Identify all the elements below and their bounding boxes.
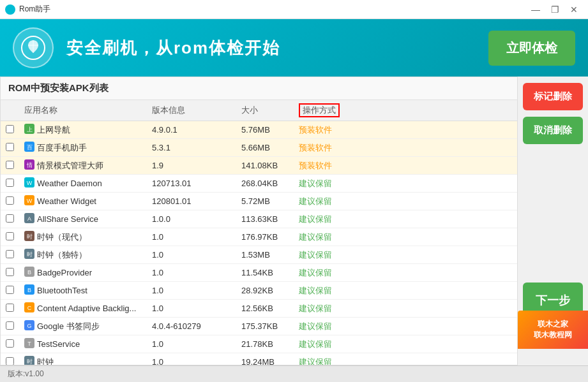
app-icon-3: W [24,177,34,189]
row-checkbox-cell[interactable] [1,175,19,193]
app-version-cell: 1.0 [147,282,236,300]
app-icon-13: 时 [24,356,34,365]
check-button[interactable]: 立即体检 [488,31,575,66]
row-checkbox[interactable] [6,304,14,312]
row-checkbox-cell[interactable] [1,157,19,175]
row-checkbox-cell[interactable] [1,246,19,264]
cancel-delete-button[interactable]: 取消删除 [523,117,583,144]
row-checkbox-cell[interactable] [1,121,19,139]
row-checkbox[interactable] [6,339,14,348]
app-action-cell: 建议保留 [294,282,517,300]
table-row: 情 情景模式管理大师 1.9 141.08KB 预装软件 [1,157,517,175]
app-size-cell: 1.53MB [236,246,294,264]
app-action-cell: 建议保留 [294,353,517,365]
section-title: ROM中预安装APK列表 [1,77,517,100]
app-name-label: 时钟（现代） [37,231,87,243]
app-version-cell: 1.0 [147,353,236,365]
app-name-label: Weather Daemon [37,179,102,188]
app-action-cell: 建议保留 [294,228,517,246]
maximize-button[interactable]: ❐ [546,1,564,18]
app-icon-0: 上 [24,124,34,136]
row-checkbox-cell[interactable] [1,139,19,157]
row-checkbox[interactable] [6,125,14,133]
row-checkbox-cell[interactable] [1,228,19,246]
app-action-cell: 建议保留 [294,335,517,353]
row-checkbox-cell[interactable] [1,282,19,300]
svg-text:T: T [27,341,31,347]
app-size-cell: 12.56KB [236,300,294,318]
table-row: 时 时钟（独特） 1.0 1.53MB 建议保留 [1,246,517,264]
app-icon-2: 情 [24,159,34,172]
row-checkbox[interactable] [6,250,14,258]
app-icon-7: 时 [24,249,34,261]
row-checkbox-cell[interactable] [1,264,19,282]
svg-text:B: B [27,269,31,275]
app-version-cell: 4.9.0.1 [147,121,236,139]
row-checkbox-cell[interactable] [1,300,19,318]
app-version-cell: 1.0 [147,228,236,246]
row-checkbox-cell[interactable] [1,318,19,335]
row-checkbox[interactable] [6,286,14,294]
app-name-label: 时钟 [37,356,54,365]
col-app-name: 应用名称 [19,100,147,121]
row-checkbox[interactable] [6,179,14,187]
row-checkbox[interactable] [6,196,14,205]
row-checkbox[interactable] [6,232,14,240]
app-name-cell: 上 上网导航 [19,121,147,139]
app-version-cell: 4.0.4-610279 [147,318,236,335]
title-bar-text: Rom助手 [19,4,527,15]
table-row: B BadgeProvider 1.0 11.54KB 建议保留 [1,264,517,282]
corner-logo: 联木之家联木教程网 [518,311,588,349]
svg-text:情: 情 [26,162,33,168]
close-button[interactable]: ✕ [565,1,583,18]
app-name-label: AllShare Service [37,214,98,224]
table-row: B BluetoothTest 1.0 28.92KB 建议保留 [1,282,517,300]
main-content: ROM中预安装APK列表 应用名称 版本信息 大小 操作方式 [0,77,588,365]
app-size-cell: 21.78KB [236,335,294,353]
row-checkbox[interactable] [6,214,14,223]
svg-text:W: W [27,180,33,186]
app-name-label: Content Adaptive Backlig... [37,304,136,313]
mark-delete-button[interactable]: 标记删除 [523,83,583,110]
app-table[interactable]: 应用名称 版本信息 大小 操作方式 上 [1,100,517,365]
row-checkbox[interactable] [6,268,14,276]
table-row: 上 上网导航 4.9.0.1 5.76MB 预装软件 [1,121,517,139]
app-size-cell: 28.92KB [236,282,294,300]
app-version-cell: 1.0 [147,264,236,282]
window-controls: — ❐ ✕ [527,1,583,18]
row-checkbox-cell[interactable] [1,353,19,365]
row-checkbox[interactable] [6,321,14,330]
minimize-button[interactable]: — [527,1,545,18]
row-checkbox-cell[interactable] [1,335,19,353]
app-name-cell: 情 情景模式管理大师 [19,157,147,175]
header-banner: 安全刷机，从rom体检开始 立即体检 [0,19,588,77]
app-icon-6: 时 [24,231,34,243]
app-list-section: ROM中预安装APK列表 应用名称 版本信息 大小 操作方式 [0,77,518,365]
col-operation: 操作方式 [294,100,517,121]
table-row: W Weather Widget 120801.01 5.72MB 建议保留 [1,193,517,210]
app-action-cell: 预装软件 [294,157,517,175]
app-size-cell: 141.08KB [236,157,294,175]
app-action-cell: 建议保留 [294,175,517,193]
app-name-label: 百度手机助手 [37,142,87,154]
app-version-cell: 120713.01 [147,175,236,193]
app-version-cell: 5.3.1 [147,139,236,157]
app-name-cell: A AllShare Service [19,210,147,228]
row-checkbox-cell[interactable] [1,210,19,228]
title-bar: Rom助手 — ❐ ✕ [0,0,588,19]
app-name-label: 时钟（独特） [37,249,87,261]
app-size-cell: 5.66MB [236,139,294,157]
app-name-cell: 时 时钟 [19,353,147,365]
row-checkbox[interactable] [6,143,14,151]
svg-text:时: 时 [27,251,33,258]
row-checkbox[interactable] [6,161,14,169]
row-checkbox-cell[interactable] [1,193,19,210]
app-name-label: Weather Widget [37,196,96,206]
app-action-cell: 建议保留 [294,264,517,282]
table-row: G Google 书签同步 4.0.4-610279 175.37KB 建议保留 [1,318,517,335]
app-version-cell: 1.0.0 [147,210,236,228]
app-icon [5,4,15,15]
svg-text:百: 百 [27,144,33,151]
row-checkbox[interactable] [6,357,14,365]
col-size: 大小 [236,100,294,121]
